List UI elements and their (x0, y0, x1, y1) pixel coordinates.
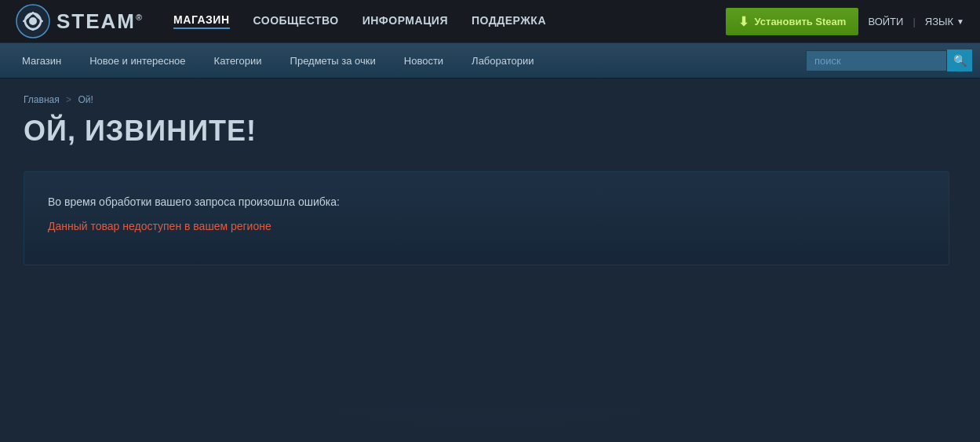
breadcrumb-separator: > (66, 94, 71, 105)
subnav-new[interactable]: Новое и интересное (75, 43, 199, 78)
nav-item-store[interactable]: МАГАЗИН (173, 13, 229, 29)
search-icon: 🔍 (953, 54, 967, 67)
subnav-points[interactable]: Предметы за очки (276, 43, 390, 78)
svg-point-2 (29, 17, 37, 25)
download-icon: ⬇ (738, 14, 749, 29)
steam-wordmark: STEAM® (56, 9, 144, 34)
error-box: Во время обработки вашего запроса произо… (24, 171, 949, 265)
top-bar: STEAM® МАГАЗИН СООБЩЕСТВО ИНФОРМАЦИЯ ПОД… (0, 0, 980, 42)
subnav-store[interactable]: Магазин (8, 43, 75, 78)
chevron-down-icon: ▼ (956, 17, 964, 26)
nav-item-community[interactable]: СООБЩЕСТВО (253, 14, 339, 28)
subnav-news[interactable]: Новости (390, 43, 457, 78)
breadcrumb: Главная > Ой! (24, 94, 956, 105)
error-description: Во время обработки вашего запроса произо… (48, 195, 925, 208)
language-selector[interactable]: ЯЗЫК ▼ (925, 16, 964, 27)
sub-nav-items: Магазин Новое и интересное Категории Пре… (8, 43, 806, 78)
top-bar-left: STEAM® МАГАЗИН СООБЩЕСТВО ИНФОРМАЦИЯ ПОД… (16, 4, 546, 38)
main-content: Главная > Ой! ОЙ, ИЗВИНИТЕ! Во время обр… (0, 79, 980, 440)
sub-nav: Магазин Новое и интересное Категории Пре… (0, 42, 980, 79)
subnav-labs[interactable]: Лаборатории (457, 43, 548, 78)
search-input[interactable] (806, 50, 947, 71)
login-link[interactable]: ВОЙТИ (868, 16, 903, 27)
breadcrumb-current: Ой! (78, 94, 93, 105)
steam-logo: STEAM® (16, 4, 144, 38)
breadcrumb-home[interactable]: Главная (24, 94, 60, 105)
error-message[interactable]: Данный товар недоступен в вашем регионе (48, 220, 271, 232)
page-title: ОЙ, ИЗВИНИТЕ! (24, 115, 956, 148)
search-button[interactable]: 🔍 (947, 49, 972, 71)
nav-item-about[interactable]: ИНФОРМАЦИЯ (362, 14, 448, 28)
divider: | (913, 16, 915, 27)
subnav-categories[interactable]: Категории (200, 43, 276, 78)
search-area: 🔍 (806, 43, 972, 78)
install-steam-button[interactable]: ⬇ Установить Steam (726, 8, 859, 35)
steam-logo-icon (16, 4, 50, 38)
nav-item-support[interactable]: ПОДДЕРЖКА (472, 14, 546, 28)
top-bar-right: ⬇ Установить Steam ВОЙТИ | ЯЗЫК ▼ (726, 8, 964, 35)
content-area: Главная > Ой! ОЙ, ИЗВИНИТЕ! Во время обр… (0, 79, 980, 408)
top-nav: МАГАЗИН СООБЩЕСТВО ИНФОРМАЦИЯ ПОДДЕРЖКА (173, 13, 546, 29)
